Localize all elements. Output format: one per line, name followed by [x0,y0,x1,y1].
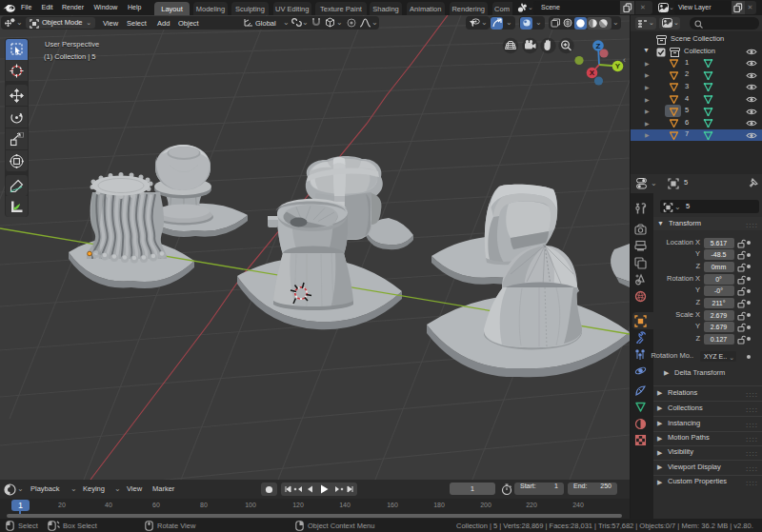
svg-text:Z: Z [596,42,601,50]
svg-text:Y: Y [615,62,621,70]
svg-text:X: X [590,69,595,77]
